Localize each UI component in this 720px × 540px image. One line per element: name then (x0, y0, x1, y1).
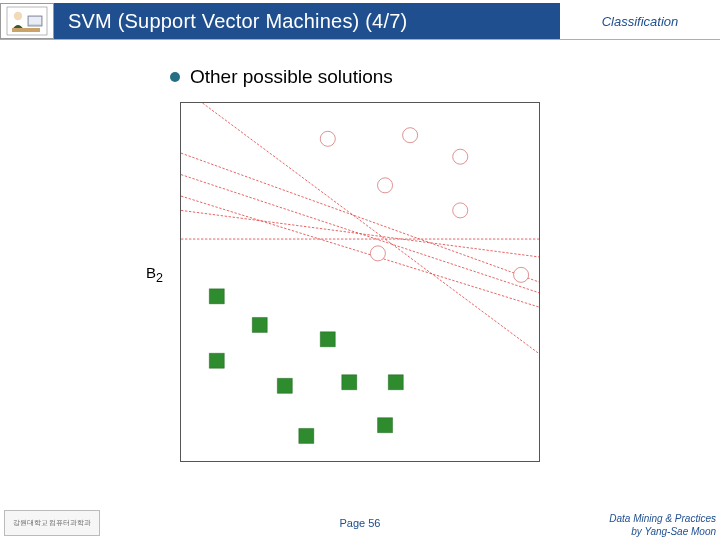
footer-logo: 강원대학교 컴퓨터과학과 (4, 510, 100, 536)
svg-point-3 (14, 12, 22, 20)
svm-plot: B2 (180, 102, 540, 462)
bullet-icon (170, 72, 180, 82)
svg-line-7 (181, 196, 539, 307)
page-number: Page 56 (340, 517, 381, 529)
svg-rect-21 (320, 332, 335, 347)
footer-credit: Data Mining & Practices by Yang-Sae Moon (609, 513, 716, 538)
slide-content: Other possible solutions B2 (0, 60, 720, 506)
bullet-text: Other possible solutions (190, 66, 393, 88)
bullet-item: Other possible solutions (170, 66, 393, 88)
svg-rect-2 (29, 17, 41, 24)
header-illustration-icon (0, 3, 54, 39)
svg-line-10 (202, 103, 539, 354)
svg-point-16 (370, 246, 385, 261)
svg-point-14 (378, 178, 393, 193)
slide-title: SVM (Support Vector Machines) (4/7) (54, 3, 560, 39)
header-divider (0, 39, 720, 40)
svg-point-12 (403, 128, 418, 143)
slide-section-label: Classification (560, 3, 720, 39)
svg-rect-22 (277, 378, 292, 393)
plot-canvas (181, 103, 539, 461)
y-axis-label: B2 (146, 264, 163, 285)
svg-rect-23 (342, 375, 357, 390)
credit-line-2: by Yang-Sae Moon (609, 526, 716, 539)
plot-frame (180, 102, 540, 462)
slide-footer: 강원대학교 컴퓨터과학과 Page 56 Data Mining & Pract… (0, 506, 720, 540)
slide-header: SVM (Support Vector Machines) (4/7) Clas… (0, 3, 720, 39)
svg-point-11 (320, 131, 335, 146)
credit-line-1: Data Mining & Practices (609, 513, 716, 526)
svg-rect-4 (12, 28, 40, 32)
svg-rect-19 (252, 317, 267, 332)
svg-point-17 (514, 267, 529, 282)
svg-rect-25 (299, 428, 314, 443)
svg-rect-24 (388, 375, 403, 390)
svg-rect-20 (209, 353, 224, 368)
svg-point-15 (453, 203, 468, 218)
svg-rect-26 (378, 418, 393, 433)
svg-rect-18 (209, 289, 224, 304)
svg-point-13 (453, 149, 468, 164)
